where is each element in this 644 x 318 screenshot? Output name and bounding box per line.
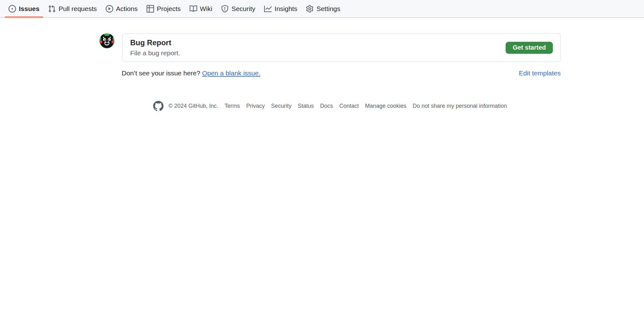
graph-icon <box>264 5 272 13</box>
edit-templates-link[interactable]: Edit templates <box>519 69 561 77</box>
issue-opened-icon <box>8 5 16 13</box>
footer-link-status[interactable]: Status <box>298 103 314 109</box>
template-row: Bug Report File a bug report. Get starte… <box>99 33 561 62</box>
tab-label: Insights <box>275 5 297 13</box>
footer-link-do-not-share[interactable]: Do not share my personal information <box>413 103 507 109</box>
github-logo-icon <box>153 101 164 111</box>
tab-label: Actions <box>116 5 138 13</box>
active-tab-underline <box>5 16 43 18</box>
footer-link-docs[interactable]: Docs <box>320 103 333 109</box>
open-blank-issue-link[interactable]: Open a blank issue. <box>202 69 261 77</box>
blank-issue-prompt: Don’t see your issue here? <box>122 69 200 77</box>
template-description: File a bug report. <box>130 49 180 57</box>
tab-issues[interactable]: Issues <box>4 0 44 17</box>
tab-settings[interactable]: Settings <box>302 0 345 17</box>
issue-template-chooser: Bug Report File a bug report. Get starte… <box>99 33 561 111</box>
get-started-button[interactable]: Get started <box>506 42 553 54</box>
tab-label: Pull requests <box>58 5 97 13</box>
kumamon-avatar-image <box>99 33 114 48</box>
footer-link-privacy[interactable]: Privacy <box>246 103 265 109</box>
template-avatar <box>99 33 114 48</box>
tab-label: Settings <box>316 5 340 13</box>
tab-actions[interactable]: Actions <box>101 0 142 17</box>
footer-link-manage-cookies[interactable]: Manage cookies <box>365 103 406 109</box>
tab-label: Wiki <box>200 5 213 13</box>
footer-link-terms[interactable]: Terms <box>225 103 240 109</box>
template-card-text: Bug Report File a bug report. <box>130 38 180 57</box>
tab-label: Security <box>231 5 255 13</box>
book-icon <box>190 5 197 13</box>
template-title: Bug Report <box>130 38 180 47</box>
template-card: Bug Report File a bug report. Get starte… <box>122 33 561 62</box>
tab-security[interactable]: Security <box>217 0 260 17</box>
tab-wiki[interactable]: Wiki <box>185 0 217 17</box>
blank-issue-row: Don’t see your issue here? Open a blank … <box>99 69 561 77</box>
footer-copyright: © 2024 GitHub, Inc. <box>169 103 218 109</box>
git-pull-request-icon <box>48 5 56 13</box>
tab-projects[interactable]: Projects <box>142 0 185 17</box>
site-footer: © 2024 GitHub, Inc. Terms Privacy Securi… <box>99 101 561 111</box>
table-icon <box>147 5 154 13</box>
repo-tab-nav: Issues Pull requests Actions Projects Wi… <box>0 0 644 18</box>
gear-icon <box>306 5 314 13</box>
play-icon <box>106 5 113 13</box>
tab-pull-requests[interactable]: Pull requests <box>44 0 101 17</box>
shield-icon <box>221 5 229 13</box>
tab-label: Issues <box>19 5 39 13</box>
footer-link-contact[interactable]: Contact <box>339 103 359 109</box>
tab-insights[interactable]: Insights <box>260 0 302 17</box>
tab-label: Projects <box>157 5 181 13</box>
footer-link-security[interactable]: Security <box>271 103 291 109</box>
blank-issue-prompt-group: Don’t see your issue here? Open a blank … <box>122 69 260 77</box>
